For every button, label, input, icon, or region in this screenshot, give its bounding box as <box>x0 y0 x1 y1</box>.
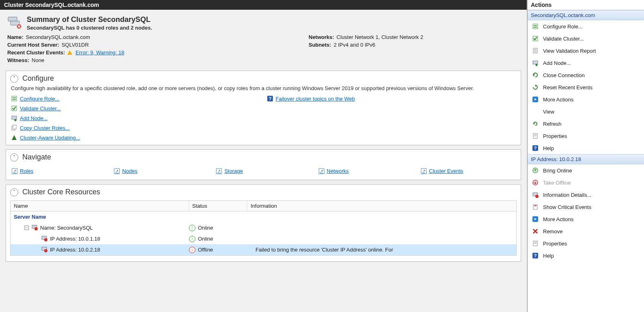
svg-rect-0 <box>8 17 17 21</box>
configure-link[interactable]: ?Failover cluster topics on the Web <box>267 95 355 102</box>
configure-link[interactable]: Validate Cluster... <box>11 105 80 112</box>
link-label: Failover cluster topics on the Web <box>276 96 355 102</box>
host-label: Current Host Server: <box>7 42 59 48</box>
action-item[interactable]: Properties <box>528 130 644 142</box>
props-icon <box>532 240 539 247</box>
witness-value: None <box>32 57 44 63</box>
col-name[interactable]: Name <box>11 201 189 211</box>
svg-rect-47 <box>534 205 537 206</box>
col-info[interactable]: Information <box>247 201 516 211</box>
resource-row[interactable]: IP Address: 10.0.1.18↑Online <box>11 233 516 244</box>
resources-table: Name Status Information Server Name −Nam… <box>10 200 517 256</box>
link-icon <box>11 115 17 121</box>
nav-link[interactable]: ↗Storage <box>216 168 310 174</box>
summary-heading: Summary of Cluster SecondarySQL <box>27 15 152 24</box>
nav-arrow-icon: ↗ <box>421 168 427 174</box>
svg-rect-25 <box>534 27 537 28</box>
action-label: Validate Cluster... <box>543 36 584 42</box>
svg-marker-14 <box>12 135 17 140</box>
action-item[interactable]: View Validation Report <box>528 45 644 57</box>
configure-link[interactable]: Cluster-Aware Updating... <box>11 134 80 141</box>
link-icon <box>11 105 17 112</box>
link-label: Add Node... <box>20 115 48 121</box>
action-item[interactable]: ?Help <box>528 142 644 154</box>
events-link[interactable]: Error: 9, Warning: 18 <box>75 49 124 56</box>
action-item[interactable]: Reset Recent Events <box>528 81 644 93</box>
navigate-collapse-button[interactable]: ˄ <box>10 153 18 161</box>
configure-link[interactable]: Add Node... <box>11 115 80 121</box>
svg-point-22 <box>44 249 47 252</box>
resources-header-row: Name Status Information <box>11 201 516 211</box>
validate-icon <box>532 35 539 42</box>
action-label: Help <box>543 253 554 259</box>
action-item[interactable]: Close Connection <box>528 69 644 81</box>
configure-title: Configure <box>22 74 54 83</box>
svg-rect-31 <box>533 61 538 64</box>
action-item: Take Offline <box>528 176 644 189</box>
action-item[interactable]: More Actions <box>528 93 644 105</box>
action-item[interactable]: Properties <box>528 237 644 250</box>
nav-link[interactable]: ↗Networks <box>319 168 413 174</box>
configure-link[interactable]: Configure Role... <box>11 95 80 102</box>
resources-title: Cluster Core Resources <box>22 188 100 196</box>
link-icon: ? <box>267 95 273 102</box>
main-panel: Cluster SecondarySQL.octank.com Summary … <box>0 0 527 312</box>
props-icon <box>532 132 539 140</box>
subnets-label: Subnets: <box>309 42 331 48</box>
action-label: Configure Role... <box>543 24 583 30</box>
action-item[interactable]: Refresh <box>528 118 644 130</box>
action-item[interactable]: More Actions <box>528 213 644 225</box>
svg-text:?: ? <box>534 146 537 151</box>
nav-link[interactable]: ↗Nodes <box>114 168 208 174</box>
expand-toggle[interactable]: − <box>24 226 29 230</box>
action-item[interactable]: Configure Role... <box>528 20 644 32</box>
nav-link-label: Networks <box>327 168 349 174</box>
configure-link[interactable]: Copy Cluster Roles... <box>11 125 80 131</box>
svg-rect-13 <box>13 125 16 129</box>
action-item[interactable]: ?Help <box>528 250 644 262</box>
action-item[interactable]: View <box>528 105 644 118</box>
link-label: Copy Cluster Roles... <box>20 125 70 131</box>
nav-link[interactable]: ↗Roles <box>12 168 106 174</box>
action-label: Reset Recent Events <box>543 84 592 90</box>
action-label: Bring Online <box>543 168 572 174</box>
actions-panel: Actions SecondarySQL.octank.com Configur… <box>527 0 644 312</box>
addnode-icon <box>532 59 539 67</box>
actions-group2-title: IP Address: 10.0.2.18 <box>528 154 644 164</box>
col-status[interactable]: Status <box>189 201 247 211</box>
configure-collapse-button[interactable]: ˄ <box>10 75 18 83</box>
action-item[interactable]: Add Node... <box>528 57 644 69</box>
refresh-icon <box>532 120 539 127</box>
action-item[interactable]: Information Details... <box>528 189 644 201</box>
status-icon: ↑ <box>189 236 195 242</box>
action-item[interactable]: Bring Online <box>528 164 644 176</box>
action-item[interactable]: Show Critical Events <box>528 201 644 213</box>
resource-icon <box>41 235 47 243</box>
subnets-value: 2 IPv4 and 0 IPv6 <box>334 42 376 48</box>
info-icon <box>532 191 539 198</box>
configure-desc: Configure high availability for a specif… <box>6 85 521 94</box>
svg-point-45 <box>535 195 539 198</box>
action-item[interactable]: Validate Cluster... <box>528 32 644 45</box>
status-text: Online <box>198 225 213 231</box>
action-label: View <box>543 109 554 115</box>
summary-subtitle: SecondarySQL has 0 clustered roles and 2… <box>27 25 152 31</box>
status-icon: ↓ <box>189 247 195 253</box>
resource-row[interactable]: IP Address: 10.0.2.18↓OfflineFailed to b… <box>11 244 516 255</box>
link-icon <box>11 134 17 141</box>
link-icon <box>11 125 17 131</box>
name-label: Name: <box>7 34 24 40</box>
svg-rect-24 <box>534 25 537 26</box>
resource-row[interactable]: −Name: SecondarySQL↑Online <box>11 222 516 233</box>
remove-icon <box>532 228 539 235</box>
navigate-title: Navigate <box>22 153 51 161</box>
help-icon: ? <box>532 252 539 259</box>
witness-label: Witness: <box>7 57 29 63</box>
action-item[interactable]: Remove <box>528 225 644 237</box>
nav-link[interactable]: ↗Cluster Events <box>421 168 515 174</box>
resources-collapse-button[interactable]: ˄ <box>10 188 18 196</box>
link-label: Cluster-Aware Updating... <box>20 135 80 141</box>
nav-arrow-icon: ↗ <box>114 168 120 174</box>
action-label: Add Node... <box>543 60 571 66</box>
summary-block: Summary of Cluster SecondarySQL Secondar… <box>6 13 521 32</box>
